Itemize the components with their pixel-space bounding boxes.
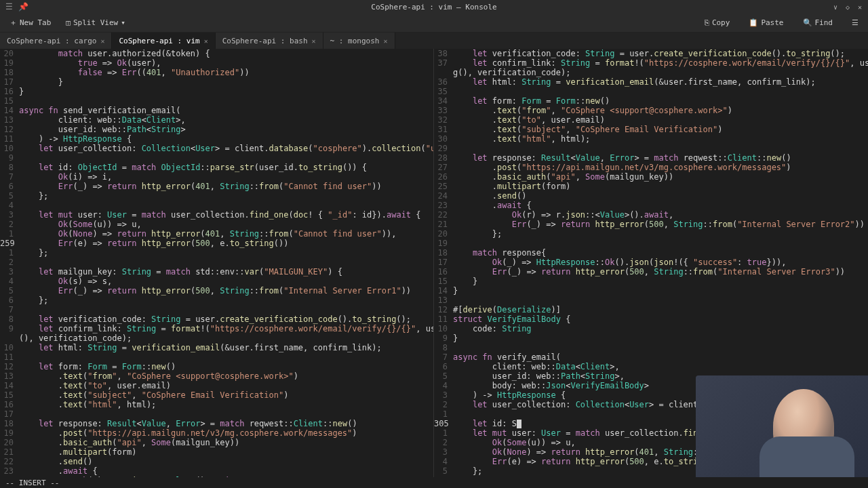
code-line: 37 let confirm_link: String = format!("h… [434,58,868,68]
copy-icon: ⎘ [705,18,709,27]
line-number: 16 [434,267,453,277]
code-line: 23 .await { [434,201,868,210]
code-line: 6 client: web::Data<Client>, [434,362,868,371]
line-number: 1 [434,409,453,419]
tab-close-icon[interactable]: ✕ [383,37,387,45]
line-number: 4 [434,381,453,390]
code-text: let form: Form = Form::new() [453,96,868,106]
tab-2[interactable]: CoSphere-api : bash✕ [216,33,323,49]
code-text: }; [19,248,433,258]
code-line: 14async fn send_verification_email( [0,106,433,115]
line-number: 8 [0,163,19,172]
line-number: 6 [434,362,453,371]
line-number: 20 [434,229,453,239]
code-line: 31 .text("subject", "CoSphere Email Veri… [434,125,868,134]
line-number [0,333,19,343]
code-text: match response{ [453,248,868,258]
hamburger-menu[interactable]: ☰ [846,17,864,28]
code-text: g(), verification_code); [453,68,868,77]
line-number: 10 [0,343,19,352]
new-tab-button[interactable]: ＋ New Tab [4,16,56,29]
code-line: 11 [0,352,433,362]
code-line: 8 let id: ObjectId = match ObjectId::par… [0,163,433,172]
code-text [453,343,868,352]
code-line: 5 }; [0,191,433,201]
code-line: 7async fn verify_email( [434,352,868,362]
titlebar: ☰ 📌 CoSphere-api : vim — Konsole ∨ ◇ ✕ [0,0,868,14]
code-text: let user_collection: Collection<User> = … [19,144,434,153]
paste-icon: 📋 [749,18,758,27]
tab-3[interactable]: ~ : mongosh✕ [323,33,395,49]
code-text [19,305,433,314]
code-line: 22 Ok(r) => r.json::<Value>().await, [434,210,868,220]
tab-close-icon[interactable]: ✕ [204,37,208,45]
line-number: 305 [434,419,453,428]
code-text: let form: Form = Form::new() [19,362,433,371]
code-text: Ok(None) => return http_error(401, Strin… [19,229,433,239]
line-number: 15 [0,390,19,400]
paste-button[interactable]: 📋 Paste [743,17,789,28]
minimize-button[interactable]: ∨ [830,1,841,12]
line-number: 1 [0,229,19,239]
code-line: 17 Ok(_) => HttpResponse::Ok().json(json… [434,258,868,267]
line-number: 1 [434,428,453,438]
code-line: 36 let html: String = verification_email… [434,77,868,87]
maximize-button[interactable]: ◇ [842,1,853,12]
line-number [434,68,453,77]
code-line: 17 } [0,77,433,87]
tab-1[interactable]: CoSphere-api : vim✕ [112,33,215,49]
code-text: Ok(r) => r.json::<Value>().await, [453,210,868,220]
code-line: 14 .text("to", user.email) [0,381,433,390]
code-text: Err(_) => return http_error(401, String:… [19,182,433,191]
editor-pane-left[interactable]: 20 match user.authorized(&token) {19 tru… [0,49,434,477]
pin-icon[interactable]: 📌 [18,2,28,12]
line-number: 38 [434,49,453,58]
code-text: let mailgun_key: String = match std::env… [19,267,433,277]
code-line: 18 match response{ [434,248,868,258]
tab-0[interactable]: CoSphere-api : cargo✕ [0,33,112,49]
tab-close-icon[interactable]: ✕ [100,37,104,45]
code-text: }; [19,296,433,305]
close-button[interactable]: ✕ [854,1,865,12]
tab-label: CoSphere-api : cargo [7,37,96,45]
code-line: 16} [0,87,433,96]
code-text: }; [453,229,868,239]
code-text: Err(_) => return http_error(500, String:… [19,286,433,296]
code-line: 20 }; [434,229,868,239]
code-text: .send() [19,457,433,466]
code-text: Ok(r) => r.json::<Value>().await, [19,476,433,477]
code-line: 12 let form: Form = Form::new() [0,362,433,371]
split-icon: ◫ [66,18,71,27]
copy-button[interactable]: ⎘ Copy [699,17,736,28]
find-button[interactable]: 🔍 Find [797,17,839,28]
code-text: user_id: web::Path<String> [19,125,433,134]
line-number: 5 [434,371,453,381]
toolbar: ＋ New Tab ◫ Split View ▾ ⎘ Copy 📋 Paste … [0,14,868,33]
code-line: 21 .multipart(form) [0,447,433,457]
code-text: .await { [19,466,433,476]
code-text: Ok(Some(u)) => u, [19,220,433,229]
code-text: Err(_) => return http_error(500, String:… [453,220,868,229]
line-number: 19 [434,239,453,248]
split-view-button[interactable]: ◫ Split View ▾ [60,17,130,28]
code-text: .multipart(form) [453,182,868,191]
line-number: 18 [0,419,19,428]
code-line: 11 ) -> HttpResponse { [0,134,433,144]
code-text: client: web::Data<Client>, [453,362,868,371]
line-number: 13 [0,371,19,381]
code-text [19,258,433,267]
code-line: 18 false => Err((401, "Unauthorized")) [0,68,433,77]
code-line: 10 let html: String = verification_email… [0,343,433,352]
line-number: 23 [0,466,19,476]
code-line: 19 [434,239,868,248]
code-text: struct VerifyEmailBody { [453,314,868,324]
line-number: 13 [434,296,453,305]
line-number: 34 [434,96,453,106]
code-line: 10 code: String [434,324,868,333]
tab-close-icon[interactable]: ✕ [312,37,316,45]
code-line: 16 Err(_) => return http_error(500, Stri… [434,267,868,277]
line-number: 24 [0,476,19,477]
line-number: 16 [0,400,19,409]
app-menu-icon[interactable]: ☰ [5,2,13,12]
code-text: .text("to", user.email) [19,381,433,390]
